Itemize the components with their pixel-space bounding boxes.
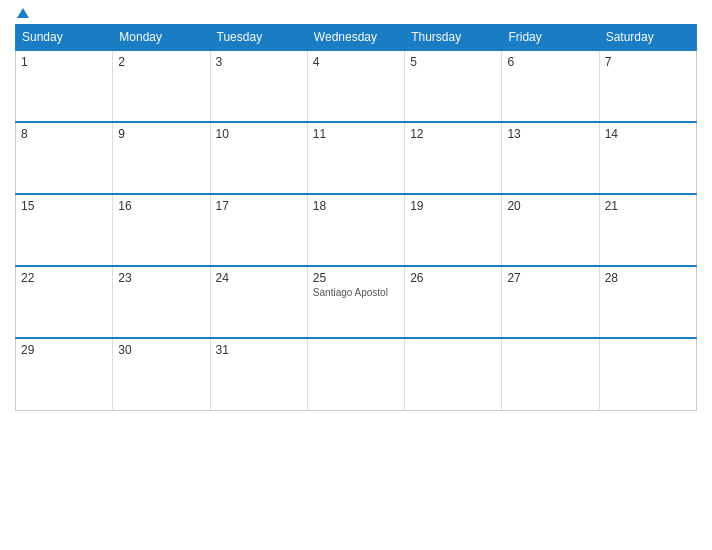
table-row: 24 <box>210 266 307 338</box>
day-number: 3 <box>216 55 302 69</box>
day-number: 8 <box>21 127 107 141</box>
table-row <box>502 338 599 410</box>
table-row: 17 <box>210 194 307 266</box>
day-number: 2 <box>118 55 204 69</box>
table-row: 23 <box>113 266 210 338</box>
calendar-table: Sunday Monday Tuesday Wednesday Thursday… <box>15 24 697 411</box>
table-row: 10 <box>210 122 307 194</box>
col-thursday: Thursday <box>405 25 502 51</box>
day-number: 25 <box>313 271 399 285</box>
calendar-header-row: Sunday Monday Tuesday Wednesday Thursday… <box>16 25 697 51</box>
day-number: 5 <box>410 55 496 69</box>
day-number: 17 <box>216 199 302 213</box>
col-wednesday: Wednesday <box>307 25 404 51</box>
col-sunday: Sunday <box>16 25 113 51</box>
day-number: 16 <box>118 199 204 213</box>
table-row: 21 <box>599 194 696 266</box>
day-number: 9 <box>118 127 204 141</box>
table-row <box>599 338 696 410</box>
table-row: 25Santiago Apostol <box>307 266 404 338</box>
table-row: 30 <box>113 338 210 410</box>
calendar-week-row: 891011121314 <box>16 122 697 194</box>
day-number: 18 <box>313 199 399 213</box>
day-number: 4 <box>313 55 399 69</box>
table-row: 11 <box>307 122 404 194</box>
table-row: 13 <box>502 122 599 194</box>
day-number: 21 <box>605 199 691 213</box>
day-number: 29 <box>21 343 107 357</box>
calendar-week-row: 293031 <box>16 338 697 410</box>
day-number: 14 <box>605 127 691 141</box>
day-number: 31 <box>216 343 302 357</box>
calendar-week-row: 1234567 <box>16 50 697 122</box>
day-number: 26 <box>410 271 496 285</box>
day-number: 11 <box>313 127 399 141</box>
table-row: 16 <box>113 194 210 266</box>
table-row: 6 <box>502 50 599 122</box>
day-number: 19 <box>410 199 496 213</box>
table-row: 3 <box>210 50 307 122</box>
calendar-week-row: 22232425Santiago Apostol262728 <box>16 266 697 338</box>
col-saturday: Saturday <box>599 25 696 51</box>
table-row <box>307 338 404 410</box>
holiday-label: Santiago Apostol <box>313 287 399 298</box>
table-row: 29 <box>16 338 113 410</box>
day-number: 27 <box>507 271 593 285</box>
day-number: 30 <box>118 343 204 357</box>
table-row: 7 <box>599 50 696 122</box>
table-row: 1 <box>16 50 113 122</box>
day-number: 10 <box>216 127 302 141</box>
day-number: 6 <box>507 55 593 69</box>
table-row: 26 <box>405 266 502 338</box>
table-row: 31 <box>210 338 307 410</box>
day-number: 20 <box>507 199 593 213</box>
table-row: 18 <box>307 194 404 266</box>
day-number: 12 <box>410 127 496 141</box>
day-number: 23 <box>118 271 204 285</box>
day-number: 22 <box>21 271 107 285</box>
table-row: 8 <box>16 122 113 194</box>
table-row: 12 <box>405 122 502 194</box>
day-number: 13 <box>507 127 593 141</box>
table-row: 4 <box>307 50 404 122</box>
table-row: 5 <box>405 50 502 122</box>
calendar-header <box>15 10 697 20</box>
col-tuesday: Tuesday <box>210 25 307 51</box>
table-row: 15 <box>16 194 113 266</box>
logo-triangle-icon <box>17 8 29 18</box>
table-row: 28 <box>599 266 696 338</box>
col-monday: Monday <box>113 25 210 51</box>
calendar-week-row: 15161718192021 <box>16 194 697 266</box>
day-number: 24 <box>216 271 302 285</box>
table-row: 22 <box>16 266 113 338</box>
day-number: 15 <box>21 199 107 213</box>
logo <box>15 10 31 20</box>
col-friday: Friday <box>502 25 599 51</box>
table-row: 27 <box>502 266 599 338</box>
table-row: 14 <box>599 122 696 194</box>
day-number: 1 <box>21 55 107 69</box>
day-number: 7 <box>605 55 691 69</box>
table-row: 2 <box>113 50 210 122</box>
table-row: 9 <box>113 122 210 194</box>
day-number: 28 <box>605 271 691 285</box>
table-row: 19 <box>405 194 502 266</box>
table-row <box>405 338 502 410</box>
table-row: 20 <box>502 194 599 266</box>
